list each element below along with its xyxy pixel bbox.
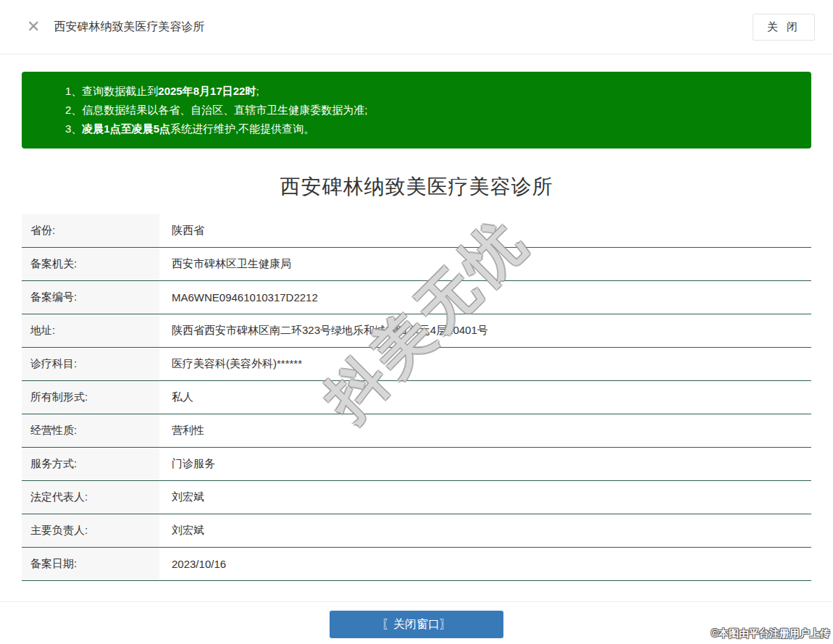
table-row-service-mode: 服务方式: 门诊服务	[22, 448, 811, 481]
table-row-filing-number: 备案编号: MA6WNE09461010317D2212	[22, 281, 811, 314]
notice-banner: 1、查询数据截止到2025年8月17日22时; 2、信息数据结果以各省、自治区、…	[22, 72, 811, 149]
info-table: 省份: 陕西省 备案机关: 西安市碑林区卫生健康局 备案编号: MA6WNE09…	[22, 214, 811, 581]
notice-item-number: 1、	[65, 85, 82, 97]
row-label: 省份:	[22, 214, 159, 247]
row-label: 备案机关:	[22, 248, 159, 280]
row-value: 2023/10/16	[159, 548, 811, 580]
row-value: 门诊服务	[159, 448, 811, 480]
row-value: 营利性	[159, 414, 811, 447]
header-title: 西安碑林纳致美医疗美容诊所	[54, 20, 204, 35]
notice-item-bold: 2025年8月17日22时	[158, 85, 256, 97]
header-close-button[interactable]: 关 闭	[753, 14, 815, 41]
notice-item-text: 系统进行维护,不能提供查询。	[170, 122, 314, 135]
row-value: 陕西省西安市碑林区南二环323号绿地乐和城2幢1单元4层10401号	[159, 314, 811, 347]
notice-item-text: ;	[256, 85, 259, 97]
row-label: 地址:	[22, 314, 159, 347]
table-row-filing-authority: 备案机关: 西安市碑林区卫生健康局	[22, 248, 811, 281]
row-label: 诊疗科目:	[22, 348, 159, 380]
row-value: MA6WNE09461010317D2212	[159, 281, 811, 314]
row-value: 陕西省	[159, 214, 811, 247]
table-row-ownership-type: 所有制形式: 私人	[22, 381, 811, 414]
notice-item-bold: 凌晨1点至凌晨5点	[82, 122, 170, 135]
table-row-province: 省份: 陕西省	[22, 214, 811, 248]
close-icon[interactable]: ✕	[27, 19, 40, 35]
table-row-filing-date: 备案日期: 2023/10/16	[22, 548, 811, 581]
table-row-medical-subjects: 诊疗科目: 医疗美容科(美容外科)******	[22, 348, 811, 381]
row-label: 所有制形式:	[22, 381, 159, 414]
row-label: 法定代表人:	[22, 481, 159, 514]
notice-item-3: 3、凌晨1点至凌晨5点系统进行维护,不能提供查询。	[65, 120, 797, 138]
row-value: 医疗美容科(美容外科)******	[159, 348, 811, 380]
row-label: 经营性质:	[22, 414, 159, 447]
row-value: 刘宏斌	[159, 481, 811, 514]
row-value: 西安市碑林区卫生健康局	[159, 248, 811, 280]
notice-item-text: 信息数据结果以各省、自治区、直辖市卫生健康委数据为准;	[82, 104, 367, 116]
table-row-legal-representative: 法定代表人: 刘宏斌	[22, 481, 811, 514]
row-value: 私人	[159, 381, 811, 414]
row-label: 主要负责人:	[22, 514, 159, 547]
row-label: 备案日期:	[22, 548, 159, 580]
table-row-main-responsible-person: 主要负责人: 刘宏斌	[22, 514, 811, 548]
institution-title: 西安碑林纳致美医疗美容诊所	[0, 173, 833, 201]
table-row-business-nature: 经营性质: 营利性	[22, 414, 811, 448]
close-window-button[interactable]: 〖关闭窗口〗	[330, 611, 503, 638]
record-detail-page: ✕ 西安碑林纳致美医疗美容诊所 关 闭 1、查询数据截止到2025年8月17日2…	[0, 0, 833, 644]
notice-item-number: 3、	[65, 122, 82, 135]
notice-item-2: 2、信息数据结果以各省、自治区、直辖市卫生健康委数据为准;	[65, 101, 797, 120]
notice-item-number: 2、	[65, 104, 82, 116]
table-row-address: 地址: 陕西省西安市碑林区南二环323号绿地乐和城2幢1单元4层10401号	[22, 314, 811, 348]
row-label: 备案编号:	[22, 281, 159, 314]
notice-item-text: 查询数据截止到	[82, 85, 158, 97]
footer: 〖关闭窗口〗	[0, 602, 833, 638]
row-value: 刘宏斌	[159, 514, 811, 547]
notice-item-1: 1、查询数据截止到2025年8月17日22时;	[65, 82, 797, 101]
header-bar: ✕ 西安碑林纳致美医疗美容诊所 关 闭	[0, 0, 833, 54]
row-label: 服务方式:	[22, 448, 159, 480]
